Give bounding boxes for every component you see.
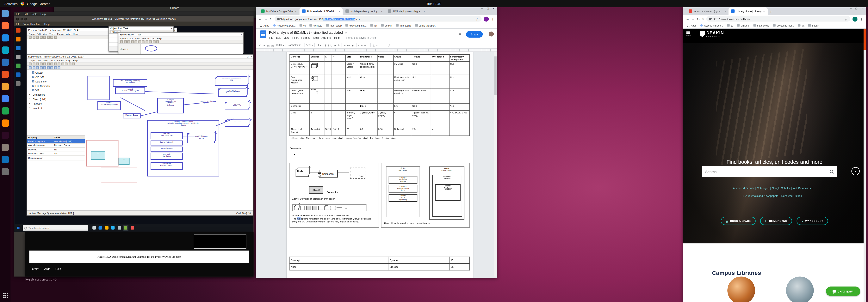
vmware-menu-help[interactable]: Help (44, 23, 50, 25)
arc[interactable] (149, 40, 152, 43)
paste[interactable] (51, 36, 53, 39)
search-input[interactable] (705, 170, 830, 173)
bookmark-public-transport[interactable]: public transport (415, 24, 436, 27)
line-spacing-icon[interactable]: ↕ (368, 43, 369, 47)
link-a-z-journals-and-newspapers[interactable]: A-Z Journals and Newspapers (743, 195, 778, 197)
tab-pon-analysis-of-bidaml[interactable]: PoN analysis of BiDaML...× (300, 7, 343, 15)
show-applications-button[interactable] (2, 292, 9, 299)
dock-thunderbird[interactable] (2, 34, 9, 41)
diagram-node-4[interactable]: «device» MyTardis Data Store (218, 89, 247, 97)
play-video-button[interactable]: ► (851, 167, 860, 175)
chat-now-button[interactable]: CHAT NOW! (826, 287, 860, 296)
tab-uml-dependency-deploy[interactable]: uml dependency deploy...× (343, 7, 385, 15)
new-tab-button[interactable]: + (770, 10, 772, 13)
tab-close-icon[interactable]: × (763, 9, 765, 13)
taskbar-file-explorer[interactable] (104, 225, 109, 231)
vm-desktop-icon-6[interactable] (16, 72, 21, 77)
property-row-relationship-type[interactable]: Relationship typeAssociation [UML] (27, 139, 85, 143)
link-resource-guides[interactable]: Resource Guides (781, 195, 802, 197)
indent-decrease-icon[interactable]: ← (379, 43, 382, 47)
new[interactable] (29, 36, 32, 39)
book-a-space-button[interactable]: ▦BOOK A SPACE (721, 217, 755, 225)
new-graph[interactable] (29, 63, 32, 65)
bookmark-star-icon[interactable]: ☆ (844, 17, 847, 21)
bookmark-skillsets[interactable]: skillsets (737, 24, 749, 27)
reload-button[interactable]: ↻ (697, 17, 700, 21)
copy[interactable] (47, 63, 50, 65)
link-a-z-databases[interactable]: A-Z Databases (793, 187, 811, 190)
tab-close-icon[interactable]: × (295, 9, 297, 13)
minimize-icon[interactable]: – (244, 55, 245, 58)
expander-icon[interactable]: ▾ (29, 98, 31, 100)
clear-formatting-icon[interactable]: ✗ (388, 43, 390, 47)
symbol-editor-window[interactable]: Symbol Editor - Task× SymbolEditViewForm… (118, 32, 244, 53)
note-icon[interactable] (331, 205, 336, 210)
editors-menu-file[interactable]: File (16, 12, 20, 15)
campus-photo-1[interactable] (727, 277, 755, 302)
taskbar-search[interactable]: Type here to search (23, 225, 88, 231)
insert-comment-icon[interactable]: ▭ (347, 43, 350, 47)
star-document-icon[interactable]: ☆ (344, 31, 347, 34)
docs-menu-help[interactable]: Help (334, 37, 340, 39)
style-select[interactable]: Normal text▾ (287, 44, 302, 46)
dock-amazon[interactable] (2, 83, 9, 90)
vm-screen[interactable]: Process: Traffic Prediction, June 12, 20… (14, 26, 253, 232)
dock-trash[interactable] (2, 168, 9, 175)
diagram-node-13[interactable]: Data Quality Monitoring (151, 153, 183, 160)
process-menu-format[interactable]: Format (57, 32, 64, 35)
property-row-documentation[interactable]: Documentation (27, 156, 85, 160)
vm-tool[interactable] (36, 66, 39, 69)
package-icon[interactable] (324, 205, 329, 210)
deployment-menu-types[interactable]: Types (50, 59, 55, 62)
tab-close-icon[interactable]: × (381, 9, 382, 13)
property-row-derivation-rules[interactable]: Derivation rulesAdd... (27, 152, 85, 156)
property-row-association-name[interactable]: Association nameMessage Queue (27, 143, 85, 147)
profile-avatar[interactable] (484, 16, 489, 21)
diagram-node-16[interactable]: Workflow Node 1..N (225, 102, 249, 110)
diagram-node-15[interactable]: «device» Traffic Simulation CVL VM (187, 133, 215, 143)
docs-menu-file[interactable]: File (269, 37, 273, 39)
note-tool[interactable] (51, 66, 53, 69)
editors-menu-edit[interactable]: Edit (24, 12, 28, 15)
tree-item-object-uml[interactable]: ▾Object [UML] (27, 97, 85, 101)
italic-icon[interactable]: I (328, 43, 329, 47)
fit-to-window[interactable] (68, 63, 71, 65)
process-menu-view[interactable]: View (42, 32, 48, 35)
align-center-icon[interactable]: ≡ (361, 43, 363, 47)
diagram-node-1[interactable]: Data Collector (Temporary) Lab Computer (113, 79, 147, 87)
diagram-canvas[interactable]: Data Collector (Temporary) Lab Computer«… (85, 70, 253, 210)
numbered-list-icon[interactable]: 1. (373, 43, 375, 47)
bookmark-deakin[interactable]: deakin (381, 24, 392, 27)
deployment-menu-view[interactable]: View (42, 59, 48, 62)
my-account-button[interactable]: ●MY ACCOUNT (797, 217, 828, 225)
library-search-bar[interactable] (702, 166, 837, 177)
vm-desktop-icon-3[interactable] (16, 46, 21, 51)
docs-menu-insert[interactable]: Insert (292, 37, 299, 39)
artifact-option-2-icon[interactable] (306, 205, 311, 210)
close-icon[interactable]: × (250, 55, 252, 58)
dock-vlc[interactable] (2, 120, 9, 127)
menu-dots-icon[interactable]: ⋮ (860, 17, 863, 21)
reload-button[interactable]: ↻ (270, 17, 272, 21)
minimize-icon[interactable] (20, 18, 23, 20)
undo[interactable] (54, 63, 57, 65)
user-avatar[interactable] (489, 32, 494, 37)
menu-button[interactable]: Menu (686, 31, 691, 36)
cut[interactable] (43, 36, 46, 39)
close-icon[interactable]: × (174, 29, 176, 31)
artifact-option-1-icon[interactable] (300, 205, 305, 210)
vm-desktop-icon-7[interactable] (16, 81, 21, 86)
vmware-titlebar[interactable]: Windows 10 x64 - VMware Workstation 15 P… (14, 16, 253, 22)
bookmark-interesting[interactable]: Interesting (396, 24, 411, 27)
open-graph[interactable] (32, 63, 35, 65)
diagram-node-18[interactable] (87, 76, 110, 100)
tree-item-data-store[interactable]: Data Store (27, 79, 85, 83)
focused-app-name[interactable]: Google Chrome (27, 2, 51, 5)
diagram-node-8[interactable]: RESTful API for MyTardis (194, 100, 218, 106)
docs-menu-add-ons[interactable]: Add-ons (321, 37, 331, 39)
zoom[interactable] (54, 36, 57, 39)
symbol-editor-menu-edit[interactable]: Edit (129, 37, 133, 39)
deployment-window[interactable]: Deployment: Traffic Prediction, June 12,… (27, 54, 253, 216)
bold-icon[interactable]: B (324, 43, 327, 47)
text-color-icon[interactable]: A (334, 43, 336, 47)
